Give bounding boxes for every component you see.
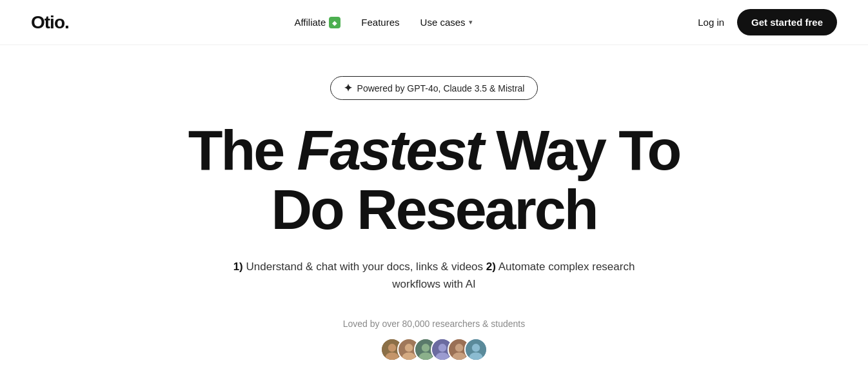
nav-use-cases-link[interactable]: Use cases ▾ xyxy=(420,17,473,28)
hero-section: ✦ Powered by GPT-4o, Claude 3.5 & Mistra… xyxy=(0,45,868,385)
subtitle-text-1: Understand & chat with your docs, links … xyxy=(246,261,486,273)
nav-affiliate-label: Affiliate xyxy=(294,17,326,28)
affiliate-diamond-icon xyxy=(329,17,340,28)
user-avatars xyxy=(380,338,488,361)
nav-features-link[interactable]: Features xyxy=(361,17,399,28)
hero-title-part1: The xyxy=(188,118,297,182)
svg-point-13 xyxy=(455,344,463,351)
svg-point-4 xyxy=(405,344,413,351)
login-link[interactable]: Log in xyxy=(698,17,724,28)
nav-right: Log in Get started free xyxy=(698,9,837,35)
nav-affiliate-link[interactable]: Affiliate xyxy=(294,17,340,28)
hero-subtitle: 1) Understand & chat with your docs, lin… xyxy=(215,258,653,293)
avatar-6 xyxy=(464,338,488,361)
navbar: Otio. Affiliate Features Use cases ▾ Log… xyxy=(0,0,868,45)
hero-title-italic: Fastest xyxy=(297,118,482,182)
loved-text: Loved by over 80,000 researchers & stude… xyxy=(343,319,526,329)
powered-badge: ✦ Powered by GPT-4o, Claude 3.5 & Mistra… xyxy=(330,76,538,100)
hero-title: The Fastest Way ToDo Research xyxy=(188,121,680,240)
get-started-button[interactable]: Get started free xyxy=(737,9,837,35)
chevron-down-icon: ▾ xyxy=(469,18,473,26)
plus-icon: ✦ xyxy=(344,82,352,94)
subtitle-bold-1: 1) xyxy=(233,261,243,273)
svg-point-16 xyxy=(472,344,480,351)
nav-features-label: Features xyxy=(361,17,399,28)
nav-use-cases-label: Use cases xyxy=(420,17,466,28)
svg-point-10 xyxy=(439,344,446,351)
nav-center: Affiliate Features Use cases ▾ xyxy=(294,17,472,28)
subtitle-bold-2: 2) xyxy=(486,261,496,273)
svg-point-1 xyxy=(388,344,396,351)
powered-badge-text: Powered by GPT-4o, Claude 3.5 & Mistral xyxy=(357,83,525,94)
svg-point-7 xyxy=(422,344,429,351)
logo[interactable]: Otio. xyxy=(31,12,69,33)
